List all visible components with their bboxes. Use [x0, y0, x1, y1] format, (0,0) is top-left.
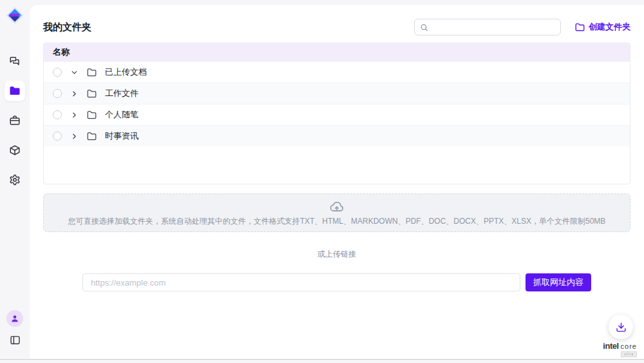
row-label: 工作文件 [105, 88, 138, 99]
intel-ultra-badge: ultra [621, 351, 637, 357]
panel-toggle-icon [10, 335, 21, 346]
gear-icon [9, 174, 21, 186]
folder-icon [87, 89, 97, 99]
row-checkbox[interactable] [53, 132, 62, 141]
row-checkbox[interactable] [53, 110, 62, 119]
sidebar-item-settings[interactable] [5, 170, 25, 190]
window-bottom-edge [0, 359, 644, 360]
row-label: 个人随笔 [105, 109, 138, 121]
create-folder-label: 创建文件夹 [589, 21, 630, 33]
sidebar-item-workspace[interactable] [5, 110, 25, 131]
search-icon [420, 23, 428, 32]
sidebar-item-chat[interactable] [5, 51, 25, 72]
sidebar [0, 0, 30, 357]
sidebar-bottom [6, 310, 23, 357]
logo-diamond-icon [6, 6, 24, 25]
briefcase-icon [9, 115, 21, 126]
sidebar-collapse-button[interactable] [7, 332, 23, 348]
cube-icon [9, 144, 21, 156]
fetch-url-button[interactable]: 抓取网址内容 [526, 273, 591, 291]
download-fab-button[interactable] [609, 315, 633, 339]
sidebar-item-models[interactable] [5, 140, 25, 161]
column-name-label: 名称 [53, 46, 70, 58]
folder-plus-icon [575, 23, 585, 32]
folder-table: 名称 已上传文档 工作文件 [43, 43, 630, 184]
folder-icon [87, 132, 97, 141]
upload-hint: 您可直接选择加载文件夹，系统自动处理其中的文件，文件格式支持TXT、HTML、M… [68, 216, 606, 227]
cloud-upload-icon [329, 199, 345, 215]
table-header: 名称 [44, 43, 630, 61]
main-panel: 我的文件夹 创建文件夹 名称 已上传文档 [30, 5, 644, 358]
download-icon [616, 322, 627, 333]
table-row-work-files[interactable]: 工作文件 [44, 83, 630, 104]
app-logo [5, 6, 24, 25]
create-folder-button[interactable]: 创建文件夹 [575, 21, 630, 33]
folder-icon [87, 68, 97, 77]
table-row-uploaded-docs[interactable]: 已上传文档 [44, 61, 630, 83]
row-checkbox[interactable] [53, 68, 62, 77]
row-label: 时事资讯 [105, 130, 138, 142]
intel-core-logo: intel core ultra [603, 342, 637, 357]
chevron-right-icon[interactable] [70, 90, 79, 98]
row-label: 已上传文档 [105, 66, 147, 78]
chevron-down-icon[interactable] [70, 68, 79, 77]
or-upload-link-label: 或上传链接 [43, 249, 630, 260]
table-row-news[interactable]: 时事资讯 [44, 125, 630, 146]
row-checkbox[interactable] [53, 89, 62, 98]
avatar[interactable] [6, 310, 23, 327]
folder-icon [9, 85, 21, 97]
search-input[interactable] [432, 23, 555, 32]
folder-icon [87, 110, 97, 120]
chat-icon [9, 55, 21, 67]
page-title: 我的文件夹 [43, 21, 91, 34]
upload-dropzone[interactable]: 您可直接选择加载文件夹，系统自动处理其中的文件，文件格式支持TXT、HTML、M… [43, 193, 630, 232]
topbar: 我的文件夹 创建文件夹 [43, 5, 630, 36]
sidebar-nav [5, 51, 25, 190]
chevron-right-icon[interactable] [70, 111, 79, 119]
intel-series-text: core [621, 343, 637, 350]
table-row-personal-notes[interactable]: 个人随笔 [44, 104, 630, 125]
chevron-right-icon[interactable] [70, 132, 79, 141]
search-box [414, 19, 561, 35]
url-input[interactable] [82, 273, 520, 291]
sidebar-item-folders[interactable] [5, 81, 25, 101]
intel-brand-text: intel [603, 342, 618, 350]
user-icon [10, 314, 19, 323]
url-row: 抓取网址内容 [43, 273, 630, 291]
